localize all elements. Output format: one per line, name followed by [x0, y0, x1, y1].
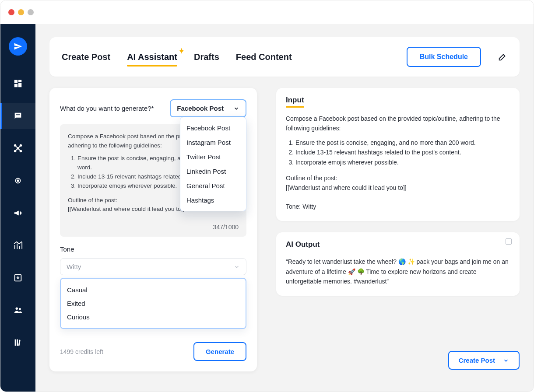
- svg-point-17: [16, 308, 18, 310]
- copy-icon[interactable]: [506, 238, 512, 245]
- chevron-down-icon: [503, 357, 509, 364]
- output-text: “Ready to let wanderlust take the wheel?…: [286, 257, 510, 286]
- create-post-row: Create Post: [276, 351, 520, 370]
- tab-create-post[interactable]: Create Post: [62, 52, 110, 62]
- svg-rect-1: [18, 80, 21, 82]
- tone-option[interactable]: Casual: [61, 283, 246, 297]
- svg-line-13: [18, 148, 21, 151]
- input-guideline: Ensure the post is concise, engaging, an…: [295, 138, 510, 147]
- target-icon: [13, 176, 23, 186]
- chevron-down-icon: [234, 264, 240, 270]
- columns: What do you want to generate?* Facebook …: [49, 88, 520, 371]
- tab-ai-assistant[interactable]: AI Assistant ✦: [127, 52, 177, 62]
- window-minimize-dot[interactable]: [18, 9, 24, 15]
- svg-line-12: [15, 148, 18, 151]
- tone-label: Tone: [60, 245, 246, 253]
- main-content: Create Post AI Assistant ✦ Drafts Feed C…: [35, 24, 534, 392]
- download-icon: [13, 273, 23, 283]
- tone-select[interactable]: Witty: [60, 258, 246, 275]
- nav-campaigns[interactable]: [9, 204, 27, 222]
- right-column: Input Compose a Facebook post based on t…: [276, 88, 520, 370]
- svg-rect-20: [17, 340, 18, 346]
- char-counter: 347/1000: [68, 223, 239, 232]
- generate-button[interactable]: Generate: [193, 342, 246, 361]
- edit-icon[interactable]: [498, 52, 507, 62]
- create-post-label: Create Post: [459, 357, 495, 364]
- svg-rect-21: [18, 340, 21, 346]
- input-guideline: Incorporate emojis wherever possible.: [295, 158, 510, 167]
- generator-panel: What do you want to generate?* Facebook …: [49, 88, 257, 371]
- tab-drafts[interactable]: Drafts: [194, 52, 219, 62]
- team-icon: [13, 305, 23, 315]
- output-card-title: AI Output: [286, 240, 320, 251]
- window-close-dot[interactable]: [8, 9, 14, 15]
- chevron-down-icon: [233, 105, 239, 112]
- svg-line-11: [18, 146, 21, 148]
- sidebar: [0, 24, 35, 392]
- body-area: Create Post AI Assistant ✦ Drafts Feed C…: [0, 24, 534, 392]
- post-type-option[interactable]: Twitter Post: [180, 150, 246, 164]
- panel-bottom-row: 1499 credits left Generate: [60, 342, 246, 361]
- tone-selected: Witty: [67, 263, 81, 270]
- input-intro: Compose a Facebook post based on the pro…: [286, 114, 510, 133]
- post-type-option[interactable]: Hashtags: [180, 193, 246, 207]
- post-type-option[interactable]: Facebook Post: [180, 121, 246, 135]
- tab-ai-assistant-label: AI Assistant: [127, 52, 177, 62]
- nav-library[interactable]: [9, 334, 27, 351]
- nav-target[interactable]: [9, 172, 27, 189]
- svg-line-10: [15, 146, 18, 148]
- nav-downloads[interactable]: [9, 269, 27, 287]
- tab-feed-content[interactable]: Feed Content: [236, 52, 292, 62]
- post-type-dropdown: Facebook Post Instagram Post Twitter Pos…: [180, 117, 246, 211]
- nav-posts[interactable]: [9, 107, 27, 125]
- svg-rect-0: [14, 80, 18, 83]
- post-type-option[interactable]: Linkedin Post: [180, 164, 246, 178]
- generate-field-row: What do you want to generate?* Facebook …: [60, 99, 246, 117]
- analytics-icon: [13, 241, 23, 250]
- svg-rect-19: [15, 340, 16, 346]
- svg-point-18: [19, 308, 21, 310]
- svg-rect-4: [16, 114, 20, 115]
- svg-point-15: [17, 180, 19, 182]
- input-outline-value: [[Wanderlust and where could it lead you…: [286, 183, 510, 192]
- output-card: AI Output “Ready to let wanderlust take …: [276, 232, 520, 296]
- input-card-body: Compose a Facebook post based on the pro…: [286, 114, 510, 211]
- app-window: Create Post AI Assistant ✦ Drafts Feed C…: [0, 0, 534, 392]
- post-type-option[interactable]: Instagram Post: [180, 135, 246, 150]
- bulk-schedule-button[interactable]: Bulk Schedule: [407, 47, 481, 67]
- post-type-option[interactable]: General Post: [180, 178, 246, 193]
- app-logo[interactable]: [9, 37, 27, 56]
- generate-field-label: What do you want to generate?*: [60, 105, 154, 112]
- message-icon: [13, 111, 23, 121]
- top-tabs-card: Create Post AI Assistant ✦ Drafts Feed C…: [49, 37, 520, 77]
- library-icon: [13, 338, 23, 347]
- nav-dashboard[interactable]: [9, 75, 27, 92]
- megaphone-icon: [13, 208, 23, 218]
- network-icon: [13, 144, 23, 153]
- create-post-button[interactable]: Create Post: [448, 351, 520, 370]
- input-card-title: Input: [286, 96, 304, 108]
- input-tone: Tone: Witty: [286, 202, 510, 211]
- sparkle-icon: ✦: [179, 47, 184, 55]
- tone-dropdown: Casual Exited Curious: [60, 278, 246, 329]
- post-type-select[interactable]: Facebook Post: [170, 99, 246, 117]
- tone-option[interactable]: Exited: [61, 297, 246, 310]
- input-guidelines: Ensure the post is concise, engaging, an…: [286, 138, 510, 167]
- credits-remaining: 1499 credits left: [60, 348, 103, 355]
- input-guideline: Include 13-15 relevant hashtags related …: [295, 147, 510, 157]
- dashboard-icon: [13, 79, 23, 88]
- nav-analytics[interactable]: [9, 237, 27, 254]
- nav-network[interactable]: [9, 140, 27, 157]
- post-type-selected: Facebook Post: [177, 105, 224, 112]
- svg-rect-2: [18, 83, 21, 87]
- input-card: Input Compose a Facebook post based on t…: [276, 88, 520, 221]
- window-maximize-dot[interactable]: [28, 9, 34, 15]
- input-outline-label: Outline of the post:: [286, 173, 510, 183]
- nav-team[interactable]: [9, 301, 27, 319]
- svg-rect-3: [14, 84, 18, 87]
- tone-option[interactable]: Curious: [61, 310, 246, 324]
- titlebar: [0, 0, 534, 24]
- paper-plane-icon: [14, 42, 22, 51]
